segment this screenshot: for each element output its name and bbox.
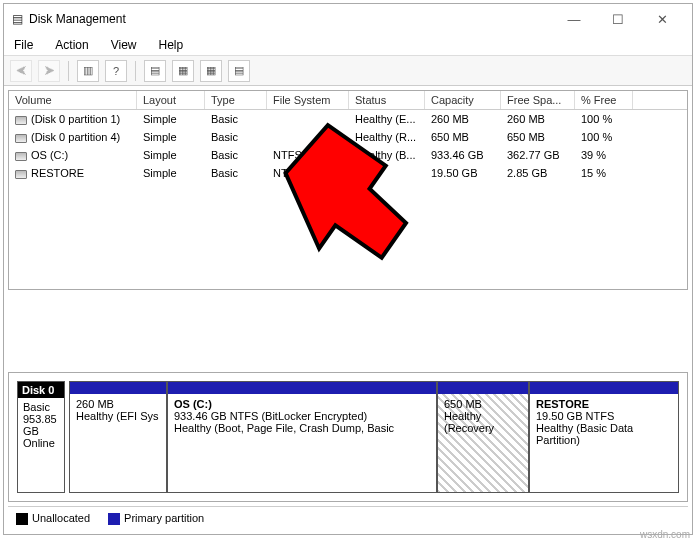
legend-primary: Primary partition <box>108 512 204 525</box>
volume-icon <box>15 152 27 161</box>
menu-help[interactable]: Help <box>155 36 188 54</box>
toolbar-icon-3[interactable]: ▤ <box>144 60 166 82</box>
minimize-button[interactable]: — <box>552 5 596 33</box>
list-header: Volume Layout Type File System Status Ca… <box>9 91 687 110</box>
menu-file[interactable]: File <box>10 36 37 54</box>
maximize-button[interactable]: ☐ <box>596 5 640 33</box>
col-pctfree[interactable]: % Free <box>575 91 633 109</box>
disk-info[interactable]: Disk 0 Basic 953.85 GB Online <box>17 381 65 493</box>
table-row[interactable]: OS (C:)SimpleBasicNTFS (BitLo...Healthy … <box>9 146 687 164</box>
col-free[interactable]: Free Spa... <box>501 91 575 109</box>
volume-icon <box>15 134 27 143</box>
list-body: (Disk 0 partition 1)SimpleBasicHealthy (… <box>9 110 687 289</box>
toolbar-icon-1[interactable]: ▥ <box>77 60 99 82</box>
window: ▤ Disk Management — ☐ ✕ File Action View… <box>3 3 693 535</box>
content-area: Volume Layout Type File System Status Ca… <box>4 86 692 534</box>
watermark: wsxdn.com <box>640 529 690 540</box>
legend-unallocated: Unallocated <box>16 512 90 525</box>
back-button: ⮜ <box>10 60 32 82</box>
menu-view[interactable]: View <box>107 36 141 54</box>
partition-block[interactable]: RESTORE19.50 GB NTFSHealthy (Basic Data … <box>529 381 679 493</box>
col-capacity[interactable]: Capacity <box>425 91 501 109</box>
disk-state: Online <box>23 437 59 449</box>
col-volume[interactable]: Volume <box>9 91 137 109</box>
legend: Unallocated Primary partition <box>8 506 688 530</box>
partition-block[interactable]: 260 MBHealthy (EFI Sys <box>69 381 167 493</box>
table-row[interactable]: RESTORESimpleBasicNTFS19.50 GB2.85 GB15 … <box>9 164 687 182</box>
col-type[interactable]: Type <box>205 91 267 109</box>
volume-list: Volume Layout Type File System Status Ca… <box>8 90 688 290</box>
menubar: File Action View Help <box>4 34 692 56</box>
forward-button: ⮞ <box>38 60 60 82</box>
close-window-button[interactable]: ✕ <box>640 5 684 33</box>
app-icon: ▤ <box>12 12 23 26</box>
partition-block[interactable]: 650 MBHealthy (Recovery <box>437 381 529 493</box>
toolbar-icon-5[interactable]: ▦ <box>200 60 222 82</box>
disk-map: Disk 0 Basic 953.85 GB Online 260 MBHeal… <box>8 372 688 502</box>
refresh-button[interactable]: ? <box>105 60 127 82</box>
col-filesystem[interactable]: File System <box>267 91 349 109</box>
window-title: Disk Management <box>29 12 126 26</box>
col-layout[interactable]: Layout <box>137 91 205 109</box>
disk-size: 953.85 GB <box>23 413 59 437</box>
toolbar: ⮜ ⮞ ▥ ? ▤ ▦ ▦ ▤ <box>4 56 692 86</box>
partition-block[interactable]: OS (C:)933.46 GB NTFS (BitLocker Encrypt… <box>167 381 437 493</box>
disk-type: Basic <box>23 401 59 413</box>
menu-action[interactable]: Action <box>51 36 92 54</box>
toolbar-icon-6[interactable]: ▤ <box>228 60 250 82</box>
table-row[interactable]: (Disk 0 partition 4)SimpleBasicHealthy (… <box>9 128 687 146</box>
volume-icon <box>15 116 27 125</box>
col-status[interactable]: Status <box>349 91 425 109</box>
partitions-row: 260 MBHealthy (EFI SysOS (C:)933.46 GB N… <box>69 381 679 493</box>
toolbar-icon-4[interactable]: ▦ <box>172 60 194 82</box>
volume-icon <box>15 170 27 179</box>
table-row[interactable]: (Disk 0 partition 1)SimpleBasicHealthy (… <box>9 110 687 128</box>
disk-label: Disk 0 <box>18 382 64 398</box>
titlebar[interactable]: ▤ Disk Management — ☐ ✕ <box>4 4 692 34</box>
